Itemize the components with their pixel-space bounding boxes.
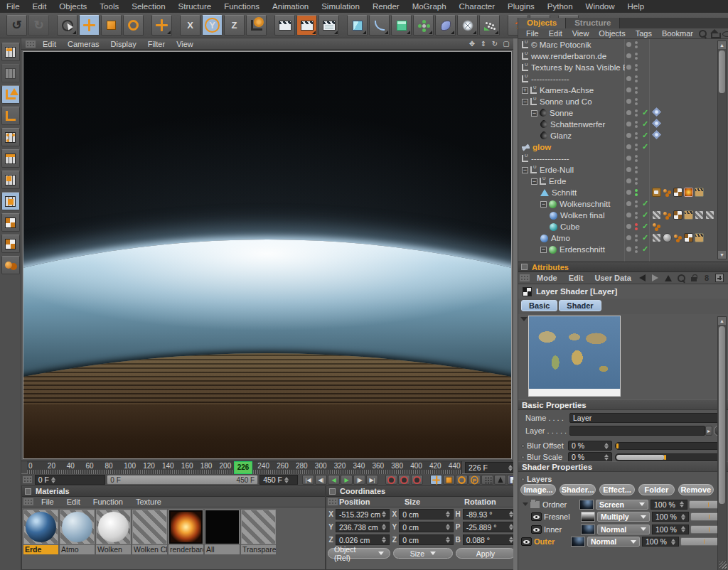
- search-icon[interactable]: [677, 274, 685, 282]
- attributes-tab-shader[interactable]: Shader: [559, 300, 601, 311]
- blend-mode-dropdown[interactable]: Normal: [587, 537, 640, 547]
- visibility-dot-icon[interactable]: [626, 99, 631, 104]
- coordinate-field[interactable]: 0 cm: [399, 522, 453, 532]
- back-arrow-icon[interactable]: [638, 274, 647, 282]
- object-row[interactable]: −Erde: [518, 176, 728, 187]
- objects-menu-bookmar[interactable]: Bookmar: [657, 29, 698, 38]
- tab-structure[interactable]: Structure: [566, 18, 620, 28]
- points-mode-button[interactable]: [1, 128, 20, 146]
- visibility-dot-icon[interactable]: [626, 190, 631, 195]
- environment-button[interactable]: [457, 15, 478, 36]
- materials-menu-texture[interactable]: Texture: [129, 498, 168, 506]
- record-position-toggle[interactable]: [430, 475, 442, 485]
- visibility-dot-icon[interactable]: [626, 133, 631, 138]
- enabled-check-icon[interactable]: ✓: [642, 233, 648, 242]
- keyframe-pointer-button[interactable]: [494, 475, 506, 485]
- texture-tag-mode-button[interactable]: [1, 213, 20, 232]
- menu-edit[interactable]: Edit: [26, 2, 53, 11]
- visibility-dot-icon[interactable]: [626, 156, 631, 161]
- visibility-dot-icon[interactable]: [626, 110, 631, 115]
- object-row[interactable]: Schattenwerfer✓: [518, 119, 728, 130]
- cam-tag-icon[interactable]: [652, 188, 661, 197]
- editor-render-dots-icon[interactable]: [635, 109, 638, 112]
- coordinate-field[interactable]: -89.93 °: [463, 509, 517, 520]
- layer-thumbnail[interactable]: [581, 525, 595, 534]
- visibility-dot-icon[interactable]: [626, 235, 631, 240]
- menu-animation[interactable]: Animation: [266, 2, 315, 11]
- layer-field[interactable]: [569, 426, 705, 436]
- menu-character[interactable]: Character: [453, 2, 502, 11]
- lock-icon[interactable]: [690, 274, 698, 282]
- expand-icon[interactable]: +: [522, 87, 528, 94]
- object-row[interactable]: www.renderbaron.de: [518, 50, 728, 62]
- rotate-view-icon[interactable]: ↻: [491, 40, 499, 48]
- object-axis-mode-button[interactable]: [1, 107, 20, 125]
- menu-python[interactable]: Python: [541, 2, 579, 11]
- checker-tag-icon[interactable]: [684, 233, 693, 242]
- layer-effect-button[interactable]: Effect...: [599, 484, 635, 495]
- collapse-icon[interactable]: −: [540, 201, 547, 208]
- dots-tag-icon[interactable]: [652, 222, 661, 231]
- add-panel-icon[interactable]: [715, 274, 724, 282]
- play-backward-button[interactable]: ◀: [328, 475, 340, 485]
- texture-axis-mode-button[interactable]: [1, 235, 20, 253]
- editor-render-dots-icon[interactable]: [635, 246, 638, 249]
- coordinate-field[interactable]: -515.329 cm: [336, 509, 390, 520]
- particles-button[interactable]: [479, 15, 500, 36]
- object-row[interactable]: −Sonne✓: [518, 107, 728, 119]
- render-view-button[interactable]: [274, 15, 295, 36]
- last-used-tool-button[interactable]: [151, 15, 172, 36]
- collapse-icon[interactable]: −: [531, 110, 537, 117]
- objects-menu-edit[interactable]: Edit: [544, 29, 567, 38]
- clap-tag-icon[interactable]: [684, 210, 693, 220]
- value-stepper[interactable]: [681, 514, 685, 520]
- apply-button[interactable]: Apply: [456, 548, 515, 559]
- link-icon[interactable]: 8: [702, 274, 711, 282]
- rotate-tool-button[interactable]: [123, 15, 144, 36]
- attributes-menu-edit[interactable]: Edit: [563, 274, 589, 282]
- editor-render-dots-icon[interactable]: [635, 132, 638, 135]
- value-stepper[interactable]: [446, 524, 450, 530]
- menu-selection[interactable]: Selection: [125, 2, 171, 11]
- y-axis-lock-button[interactable]: Y: [202, 15, 223, 36]
- collapse-icon[interactable]: −: [522, 99, 528, 105]
- visibility-dot-icon[interactable]: [626, 201, 631, 206]
- editor-render-dots-icon[interactable]: [635, 166, 638, 169]
- material-all[interactable]: All: [205, 510, 240, 554]
- materials-menu-file[interactable]: File: [35, 498, 60, 506]
- eye-icon[interactable]: [722, 29, 728, 38]
- folder-icon[interactable]: [530, 500, 540, 509]
- layer-opacity-field[interactable]: 100 %: [652, 525, 689, 534]
- editor-render-dots-icon[interactable]: [635, 189, 638, 192]
- menu-help[interactable]: Help: [621, 2, 651, 11]
- record-pla-toggle[interactable]: [481, 475, 493, 485]
- objects-menu-objects[interactable]: Objects: [594, 29, 630, 38]
- viewport-menu-cameras[interactable]: Cameras: [62, 40, 105, 48]
- editor-render-dots-icon[interactable]: [635, 178, 638, 181]
- menu-render[interactable]: Render: [366, 2, 406, 11]
- editor-render-dots-icon[interactable]: [635, 235, 638, 237]
- value-stepper[interactable]: [446, 511, 450, 517]
- coordinate-field[interactable]: 236.738 cm: [336, 522, 390, 532]
- target-tag-icon[interactable]: [652, 119, 661, 128]
- menu-functions[interactable]: Functions: [218, 2, 266, 11]
- coordinate-field[interactable]: 0 cm: [399, 534, 453, 545]
- hierarchy-scrollbar[interactable]: ▲▼: [717, 41, 727, 259]
- editor-render-dots-icon[interactable]: [635, 144, 638, 146]
- add-spline-button[interactable]: [369, 15, 390, 36]
- editor-render-dots-icon[interactable]: [635, 87, 638, 90]
- clap-tag-icon[interactable]: [695, 233, 704, 242]
- tex-tag-icon[interactable]: [684, 188, 693, 197]
- object-row[interactable]: Atmo✓: [518, 232, 728, 244]
- coordinate-system-button[interactable]: [246, 15, 267, 36]
- eye-icon[interactable]: [531, 512, 542, 521]
- goto-end-button[interactable]: ▶|: [366, 475, 378, 485]
- value-stepper[interactable]: [382, 537, 386, 543]
- coordinate-field[interactable]: 0 cm: [399, 509, 453, 520]
- material-erde[interactable]: Erde: [23, 510, 58, 554]
- checker-tag-icon[interactable]: [673, 210, 682, 220]
- layer-opacity-field[interactable]: 100 %: [642, 537, 679, 547]
- stripe-tag-icon[interactable]: [652, 210, 661, 220]
- menu-simulation[interactable]: Simulation: [315, 2, 366, 11]
- enabled-check-icon[interactable]: ✓: [642, 222, 648, 231]
